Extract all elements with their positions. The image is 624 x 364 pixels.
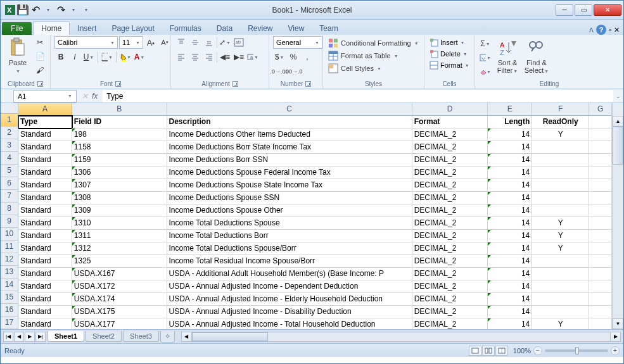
sort-filter-button[interactable]: AZ Sort & Filter▼ xyxy=(494,36,521,75)
cell[interactable] xyxy=(532,255,589,268)
row-header-9[interactable]: 9 xyxy=(1,215,18,228)
cell[interactable]: DECIMAL_2 xyxy=(412,166,488,179)
cell[interactable]: Income Deductions Spouse State Income Ta… xyxy=(167,179,412,192)
cell[interactable] xyxy=(589,268,612,280)
orientation-icon[interactable]: ⤢▼ xyxy=(219,36,231,49)
cell[interactable]: DECIMAL_2 xyxy=(412,318,488,329)
vscroll-track[interactable] xyxy=(613,127,623,318)
cell[interactable] xyxy=(589,204,612,217)
cell[interactable]: Y xyxy=(532,230,589,242)
italic-button[interactable]: I xyxy=(68,51,81,63)
cell[interactable]: Income Deductions Borr SSN xyxy=(167,154,412,166)
cell[interactable]: USDA - Annual Adjusted Income - Dependen… xyxy=(167,280,412,293)
border-button[interactable]: ▼ xyxy=(101,51,113,63)
cell[interactable] xyxy=(589,179,612,192)
cell[interactable]: Standard xyxy=(18,268,72,280)
find-select-button[interactable]: Find & Select▼ xyxy=(523,36,550,75)
cell[interactable]: 1307 xyxy=(72,179,167,192)
cell[interactable]: Type xyxy=(18,116,72,129)
cell[interactable]: DECIMAL_2 xyxy=(412,129,488,141)
cell[interactable]: Standard xyxy=(18,129,72,141)
row-header-17[interactable]: 17 xyxy=(1,317,18,329)
save-icon[interactable]: 💾 xyxy=(17,4,29,16)
cell[interactable]: Standard xyxy=(18,280,72,293)
format-as-table-button[interactable]: Format as Table▼ xyxy=(327,50,400,61)
select-all-corner[interactable] xyxy=(1,103,18,114)
sheet-tab-3[interactable]: Sheet3 xyxy=(123,331,159,342)
row-header-8[interactable]: 8 xyxy=(1,203,18,215)
cell[interactable]: 1309 xyxy=(72,204,167,217)
sheet-tab-2[interactable]: Sheet2 xyxy=(86,331,122,342)
row-header-5[interactable]: 5 xyxy=(1,165,18,177)
scroll-right-button[interactable]: ▶ xyxy=(610,332,620,341)
paste-button[interactable]: Paste▼ xyxy=(4,36,31,75)
merge-center-icon[interactable]: a▼ xyxy=(246,51,259,63)
cell[interactable] xyxy=(532,280,589,293)
sheet-nav-last[interactable]: ▶| xyxy=(35,332,46,342)
delete-cells-button[interactable]: Delete▼ xyxy=(428,49,469,59)
cell[interactable] xyxy=(532,268,589,280)
bold-button[interactable]: B xyxy=(54,51,67,63)
cell[interactable]: Income Deductions Other Items Deducted xyxy=(167,129,412,141)
cell[interactable]: Income Total Deductions Borr xyxy=(167,230,412,242)
maximize-button[interactable]: ▭ xyxy=(575,4,592,16)
cell[interactable]: USDA - Annual Adjusted Income - Disabili… xyxy=(167,306,412,318)
cell[interactable] xyxy=(589,242,612,255)
cell[interactable]: USDA.X174 xyxy=(72,293,167,306)
excel-icon[interactable]: X xyxy=(4,4,16,16)
align-right-icon[interactable] xyxy=(203,51,215,63)
cell[interactable]: DECIMAL_2 xyxy=(412,230,488,242)
cell[interactable]: Standard xyxy=(18,306,72,318)
cell[interactable] xyxy=(532,192,589,204)
scroll-left-button[interactable]: ◀ xyxy=(182,332,192,341)
restore-window-icon[interactable]: ▫ xyxy=(609,26,611,34)
cell[interactable]: Standard xyxy=(18,242,72,255)
vscroll-thumb[interactable] xyxy=(613,127,623,165)
clear-icon[interactable]: ▼ xyxy=(479,65,492,78)
cell[interactable]: 14 xyxy=(488,280,532,293)
cell[interactable]: 14 xyxy=(488,204,532,217)
number-dialog-icon[interactable] xyxy=(305,81,311,87)
increase-font-icon[interactable]: A▴ xyxy=(144,36,157,49)
cell[interactable]: Y xyxy=(532,217,589,230)
cell[interactable]: Income Deductions Spouse SSN xyxy=(167,192,412,204)
cell[interactable]: 1325 xyxy=(72,255,167,268)
page-break-view-button[interactable] xyxy=(495,346,508,356)
cell[interactable]: Income Deductions Spouse Other xyxy=(167,204,412,217)
cell[interactable]: USDA - Annual Adjusted Income - Total Ho… xyxy=(167,318,412,329)
file-tab[interactable]: File xyxy=(2,22,32,35)
row-header-1[interactable]: 1 xyxy=(1,114,18,127)
hscroll-thumb[interactable] xyxy=(192,332,268,341)
cell[interactable]: DECIMAL_2 xyxy=(412,204,488,217)
cell[interactable]: 14 xyxy=(488,268,532,280)
cell[interactable]: Format xyxy=(412,116,488,129)
cell[interactable]: 1306 xyxy=(72,166,167,179)
new-sheet-tab[interactable]: ✧ xyxy=(160,331,175,342)
zoom-slider[interactable] xyxy=(545,349,608,352)
cell[interactable] xyxy=(589,280,612,293)
tab-home[interactable]: Home xyxy=(33,22,70,35)
cell[interactable]: 1158 xyxy=(72,141,167,154)
cell[interactable]: Standard xyxy=(18,154,72,166)
tab-review[interactable]: Review xyxy=(240,22,280,35)
cell[interactable]: ReadOnly xyxy=(532,116,589,129)
cell[interactable]: DECIMAL_2 xyxy=(412,179,488,192)
cell[interactable]: DECIMAL_2 xyxy=(412,255,488,268)
cell[interactable]: Standard xyxy=(18,166,72,179)
column-header-C[interactable]: C xyxy=(167,103,412,116)
fx-icon[interactable]: fx xyxy=(92,92,98,101)
cell[interactable]: USDA.X167 xyxy=(72,268,167,280)
cell[interactable]: Standard xyxy=(18,293,72,306)
cell[interactable]: Standard xyxy=(18,217,72,230)
cell[interactable]: Standard xyxy=(18,204,72,217)
sheet-nav-next[interactable]: ▶ xyxy=(25,332,35,342)
cell[interactable] xyxy=(589,141,612,154)
zoom-in-button[interactable]: + xyxy=(611,346,620,355)
column-header-G[interactable]: G xyxy=(589,103,612,116)
cell[interactable]: DECIMAL_2 xyxy=(412,306,488,318)
workbook-close-icon[interactable]: ✕ xyxy=(614,26,620,34)
row-header-11[interactable]: 11 xyxy=(1,241,18,253)
cell[interactable] xyxy=(589,318,612,329)
cell[interactable]: 14 xyxy=(488,318,532,329)
cell[interactable]: DECIMAL_2 xyxy=(412,280,488,293)
